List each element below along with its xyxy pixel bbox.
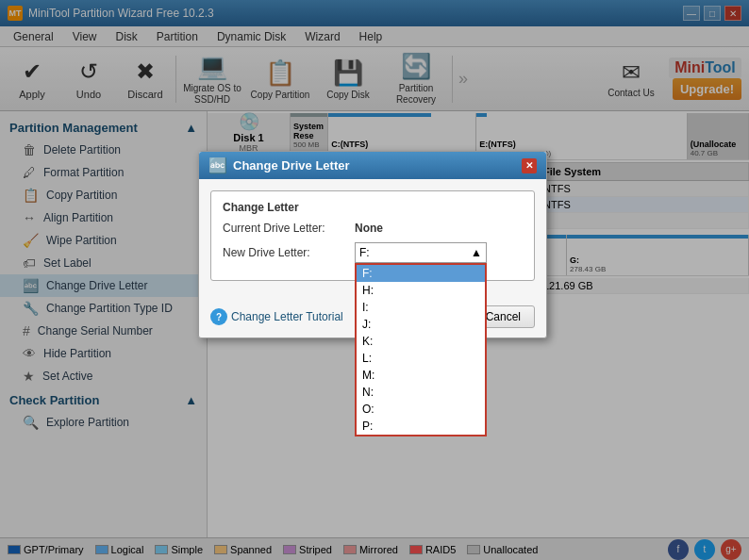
sidebar: Partition Management ▲ 🗑 Delete Partitio… bbox=[0, 111, 208, 537]
row1-fs: NTFS bbox=[538, 181, 749, 196]
sidebar-item-delete-partition[interactable]: 🗑 Delete Partition bbox=[0, 139, 207, 161]
dropdown-item-f[interactable]: F: bbox=[357, 265, 485, 282]
sidebar-item-change-serial[interactable]: # Change Serial Number bbox=[0, 320, 207, 342]
disk1-e-label: E:(NTFS) bbox=[479, 140, 684, 149]
discard-button[interactable]: ✖ Discard bbox=[117, 50, 174, 108]
partition-recovery-icon: 🔄 bbox=[401, 52, 431, 81]
legend-striped-box bbox=[283, 545, 296, 554]
sidebar-item-set-active[interactable]: ★ Set Active bbox=[0, 365, 207, 387]
legend-mirrored: Mirrored bbox=[343, 544, 398, 555]
apply-button[interactable]: ✔ Apply bbox=[4, 50, 60, 108]
menu-view[interactable]: View bbox=[63, 28, 107, 45]
menu-dynamic-disk[interactable]: Dynamic Disk bbox=[208, 28, 295, 45]
format-partition-icon: 🖊 bbox=[23, 165, 36, 180]
maximize-button[interactable]: □ bbox=[704, 6, 721, 21]
sidebar-item-change-partition-type[interactable]: 🔧 Change Partition Type ID bbox=[0, 297, 207, 320]
sidebar-item-format-partition[interactable]: 🖊 Format Partition bbox=[0, 161, 207, 184]
dropdown-item-p[interactable]: P: bbox=[357, 418, 485, 435]
contact-us-icon: ✉ bbox=[622, 59, 641, 86]
dropdown-item-l[interactable]: L: bbox=[357, 350, 485, 367]
explore-partition-icon: 🔍 bbox=[23, 415, 39, 430]
migrate-os-button[interactable]: 💻 Migrate OS to SSD/HD bbox=[178, 50, 246, 108]
current-letter-row: Current Drive Letter: None bbox=[223, 222, 523, 235]
new-letter-dropdown[interactable]: F: H: I: J: K: L: M: N: O: P: bbox=[355, 263, 487, 436]
copy-disk-label: Copy Disk bbox=[326, 90, 370, 100]
wipe-partition-label: Wipe Partition bbox=[46, 234, 117, 247]
dropdown-item-k[interactable]: K: bbox=[357, 333, 485, 350]
modal-body: Change Letter Current Drive Letter: None… bbox=[199, 179, 546, 302]
sidebar-item-copy-partition[interactable]: 📋 Copy Partition bbox=[0, 184, 207, 206]
modal-title-icon: 🔤 bbox=[208, 156, 227, 174]
disk2-part3-label: G: bbox=[570, 255, 745, 265]
menu-wizard[interactable]: Wizard bbox=[295, 28, 349, 45]
apply-label: Apply bbox=[19, 89, 45, 100]
disk1-unalloc-size: 40.7 GB bbox=[691, 149, 745, 157]
dropdown-item-i[interactable]: I: bbox=[357, 299, 485, 316]
menu-general[interactable]: General bbox=[4, 28, 63, 45]
undo-button[interactable]: ↺ Undo bbox=[60, 50, 117, 108]
legend-mirrored-box bbox=[343, 545, 357, 554]
dropdown-item-o[interactable]: O: bbox=[357, 401, 485, 418]
disk1-sysres-bar bbox=[291, 113, 327, 117]
contact-us-label: Contact Us bbox=[608, 88, 654, 98]
close-button[interactable]: ✕ bbox=[724, 6, 741, 21]
disk2-part3[interactable]: G: 278.43 GB bbox=[567, 235, 749, 275]
set-label-label: Set Label bbox=[43, 256, 92, 270]
minimize-button[interactable]: — bbox=[683, 6, 700, 21]
format-partition-label: Format Partition bbox=[43, 166, 124, 179]
collapse-icon[interactable]: ▲ bbox=[185, 121, 197, 135]
menu-disk[interactable]: Disk bbox=[107, 28, 147, 45]
legend-striped-label: Striped bbox=[299, 544, 332, 555]
change-serial-icon: # bbox=[23, 323, 30, 338]
migrate-label: Migrate OS to SSD/HD bbox=[182, 83, 242, 106]
legend-spanned-label: Spanned bbox=[230, 544, 272, 555]
col-filesystem: File System bbox=[538, 163, 749, 180]
change-drive-letter-icon: 🔤 bbox=[23, 278, 39, 293]
disk1-unalloc[interactable]: (Unallocate 40.7 GB bbox=[688, 113, 749, 159]
apply-icon: ✔ bbox=[23, 58, 42, 85]
dropdown-item-m[interactable]: M: bbox=[357, 367, 485, 384]
copy-disk-button[interactable]: 💾 Copy Disk bbox=[314, 50, 382, 108]
sidebar-item-wipe-partition[interactable]: 🧹 Wipe Partition bbox=[0, 229, 207, 252]
change-serial-label: Change Serial Number bbox=[38, 324, 153, 338]
copy-partition-icon: 📋 bbox=[265, 58, 295, 88]
change-partition-type-icon: 🔧 bbox=[23, 301, 39, 316]
check-collapse-icon[interactable]: ▲ bbox=[185, 393, 197, 407]
sidebar-item-explore-partition[interactable]: 🔍 Explore Partition bbox=[0, 411, 207, 434]
dropdown-item-n[interactable]: N: bbox=[357, 384, 485, 401]
copy-partition-button[interactable]: 📋 Copy Partition bbox=[246, 50, 314, 108]
more-tools-button[interactable]: » bbox=[455, 69, 472, 89]
menu-help[interactable]: Help bbox=[350, 28, 392, 45]
facebook-icon[interactable]: f bbox=[668, 539, 689, 560]
legend-unallocated-box bbox=[467, 545, 480, 554]
sidebar-item-hide-partition[interactable]: 👁 Hide Partition bbox=[0, 342, 207, 365]
googleplus-icon[interactable]: g+ bbox=[721, 539, 741, 560]
legend-raid5-box bbox=[409, 545, 423, 554]
tutorial-label: Change Letter Tutorial bbox=[231, 310, 343, 323]
menu-partition[interactable]: Partition bbox=[147, 28, 208, 45]
change-drive-letter-modal: 🔤 Change Drive Letter ✕ Change Letter Cu… bbox=[198, 151, 547, 338]
legend-mirrored-label: Mirrored bbox=[359, 544, 398, 555]
sidebar-item-change-drive-letter[interactable]: 🔤 Change Drive Letter bbox=[0, 274, 207, 297]
sidebar-item-align-partition[interactable]: ↔ Align Partition bbox=[0, 206, 207, 229]
new-letter-display[interactable]: F: ▲ bbox=[355, 242, 487, 263]
upgrade-button[interactable]: Upgrade! bbox=[673, 78, 741, 100]
new-letter-label: New Drive Letter: bbox=[223, 246, 355, 259]
window-controls[interactable]: — □ ✕ bbox=[683, 6, 741, 21]
set-active-icon: ★ bbox=[23, 369, 35, 384]
d2-fs: 121.69 GB bbox=[538, 278, 749, 293]
partition-management-header: Partition Management ▲ bbox=[0, 115, 207, 139]
app-title: MiniTool Partition Wizard Free 10.2.3 bbox=[28, 7, 683, 20]
legend-striped: Striped bbox=[283, 544, 332, 555]
toolbar-main-actions: ✔ Apply ↺ Undo ✖ Discard bbox=[4, 50, 174, 108]
legend-simple-box bbox=[155, 545, 168, 554]
modal-close-button[interactable]: ✕ bbox=[522, 158, 537, 173]
new-letter-select[interactable]: F: ▲ F: H: I: J: K: L: M: N: O: bbox=[355, 242, 523, 263]
dropdown-item-j[interactable]: J: bbox=[357, 316, 485, 333]
contact-us-button[interactable]: ✉ Contact Us bbox=[597, 50, 665, 108]
partition-recovery-button[interactable]: 🔄 Partition Recovery bbox=[382, 50, 450, 108]
twitter-icon[interactable]: t bbox=[694, 539, 715, 560]
discard-label: Discard bbox=[127, 89, 162, 100]
dropdown-item-h[interactable]: H: bbox=[357, 282, 485, 299]
sidebar-item-set-label[interactable]: 🏷 Set Label bbox=[0, 252, 207, 274]
